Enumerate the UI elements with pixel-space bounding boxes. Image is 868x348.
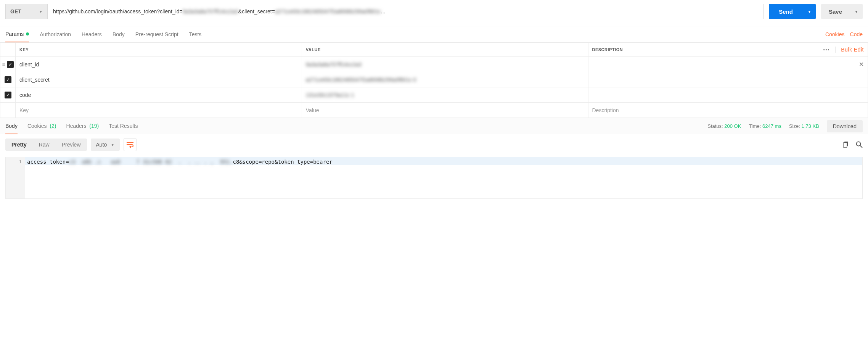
param-value-cell[interactable]: 9a3a3a8a707ff14cc2a3 bbox=[302, 57, 588, 72]
code-blur: c3 a8b .c aa0 7 31c588 62 . . .. . , 951… bbox=[69, 159, 233, 165]
table-row: ✓ client_secret a271ce93c1862485047f2a86… bbox=[0, 72, 868, 87]
tab-body[interactable]: Body bbox=[113, 26, 125, 42]
param-key-cell[interactable]: code bbox=[16, 87, 302, 102]
request-tabs-row: Params Authorization Headers Body Pre-re… bbox=[0, 26, 868, 42]
size-meta: Size: 1.73 KB bbox=[789, 123, 819, 129]
format-select-label: Auto bbox=[96, 142, 107, 148]
param-value-input[interactable]: Value bbox=[302, 103, 588, 118]
view-mode-group: Pretty Raw Preview bbox=[5, 139, 87, 151]
time-label: Time: bbox=[749, 123, 761, 129]
tab-tests[interactable]: Tests bbox=[189, 26, 202, 42]
wrap-lines-button[interactable] bbox=[124, 138, 137, 151]
format-select[interactable]: Auto ▼ bbox=[91, 139, 120, 151]
line-gutter: 1 bbox=[6, 157, 25, 198]
download-button[interactable]: Download bbox=[827, 120, 863, 132]
body-toolbar-left: Pretty Raw Preview Auto ▼ bbox=[5, 138, 137, 151]
table-row: ✓ code 131e30c1979a11c 1 bbox=[0, 87, 868, 103]
param-value-text: 9a3a3a8a707ff14cc2a3 bbox=[306, 61, 362, 68]
send-button-dropdown[interactable]: ▼ bbox=[803, 10, 816, 14]
request-row: GET ▼ https://github.com/login/oauth/acc… bbox=[0, 0, 868, 26]
search-icon bbox=[856, 141, 863, 148]
chevron-down-icon: ▼ bbox=[111, 143, 114, 147]
send-button-label: Send bbox=[769, 8, 803, 15]
param-value-text: 131e30c1979a11c 1 bbox=[306, 92, 354, 98]
col-handle-header bbox=[0, 43, 16, 57]
row-checkbox[interactable]: ✓ bbox=[5, 76, 11, 83]
copy-icon bbox=[843, 141, 850, 148]
body-toolbar: Pretty Raw Preview Auto ▼ bbox=[0, 134, 868, 155]
response-tabs: Body Cookies (2) Headers (19) Test Resul… bbox=[5, 118, 138, 134]
resp-tab-tests[interactable]: Test Results bbox=[109, 118, 138, 134]
resp-tab-headers[interactable]: Headers (19) bbox=[66, 118, 99, 134]
code-mid: c8 bbox=[233, 159, 239, 165]
http-method-select[interactable]: GET ▼ bbox=[6, 4, 48, 19]
copy-button[interactable] bbox=[843, 141, 850, 148]
param-desc-input[interactable]: Description bbox=[588, 103, 868, 118]
param-desc-cell[interactable]: ✕ bbox=[588, 57, 868, 72]
time-meta: Time: 6247 ms bbox=[749, 123, 781, 129]
param-desc-cell[interactable] bbox=[588, 87, 868, 102]
tab-params-label: Params bbox=[5, 31, 24, 37]
svg-line-4 bbox=[860, 145, 862, 148]
tab-authorization[interactable]: Authorization bbox=[40, 26, 71, 42]
col-key-header: KEY bbox=[16, 43, 302, 57]
tab-headers[interactable]: Headers bbox=[82, 26, 102, 42]
view-preview-button[interactable]: Preview bbox=[56, 139, 87, 151]
response-tabs-row: Body Cookies (2) Headers (19) Test Resul… bbox=[0, 118, 868, 134]
http-method-label: GET bbox=[10, 8, 21, 14]
tab-params[interactable]: Params bbox=[5, 26, 29, 42]
send-button[interactable]: Send ▼ bbox=[769, 4, 816, 19]
chevron-down-icon: ▼ bbox=[39, 10, 43, 14]
bulk-edit-link[interactable]: Bulk Edit bbox=[835, 47, 864, 53]
size-label: Size: bbox=[789, 123, 800, 129]
response-meta: Status: 200 OK Time: 6247 ms Size: 1.73 … bbox=[707, 120, 863, 132]
code-prefix: access_token= bbox=[27, 159, 69, 165]
line-number: 1 bbox=[6, 159, 22, 164]
svg-point-3 bbox=[857, 142, 861, 146]
param-value-cell[interactable]: 131e30c1979a11c 1 bbox=[302, 87, 588, 102]
row-checkbox[interactable]: ✓ bbox=[7, 61, 14, 68]
body-toolbar-right bbox=[843, 141, 863, 148]
dot-icon bbox=[26, 32, 29, 35]
search-button[interactable] bbox=[856, 141, 863, 148]
url-input[interactable]: https://github.com/login/oauth/access_to… bbox=[48, 4, 763, 19]
code-link[interactable]: Code bbox=[850, 31, 863, 37]
resp-tab-headers-label: Headers bbox=[66, 123, 87, 129]
param-desc-cell[interactable] bbox=[588, 72, 868, 87]
status-meta: Status: 200 OK bbox=[707, 123, 741, 129]
view-raw-button[interactable]: Raw bbox=[33, 139, 56, 151]
params-table: KEY VALUE DESCRIPTION ••• Bulk Edit ≡ ✓ bbox=[0, 42, 868, 118]
request-links: Cookies Code bbox=[825, 27, 863, 42]
size-value: 1.73 KB bbox=[801, 123, 819, 129]
param-key-cell[interactable]: client_secret bbox=[16, 72, 302, 87]
table-row: ≡ ✓ client_id 9a3a3a8a707ff14cc2a3 ✕ bbox=[0, 57, 868, 72]
status-label: Status: bbox=[707, 123, 723, 129]
param-key-input[interactable]: Key bbox=[16, 103, 302, 118]
url-text-prefix: https://github.com/login/oauth/access_to… bbox=[53, 8, 183, 14]
save-button-dropdown[interactable]: ▼ bbox=[850, 10, 863, 14]
drag-handle-icon[interactable]: ≡ bbox=[2, 61, 5, 68]
url-text-ellipsis: ... bbox=[381, 8, 386, 14]
close-icon[interactable]: ✕ bbox=[859, 61, 864, 68]
param-value-cell[interactable]: a271ce93c1862485047f2a8698b299a0f801c 0 bbox=[302, 72, 588, 87]
time-value: 6247 ms bbox=[762, 123, 781, 129]
save-button[interactable]: Save ▼ bbox=[821, 4, 863, 19]
tab-prerequest[interactable]: Pre-request Script bbox=[135, 26, 178, 42]
resp-tab-cookies-label: Cookies bbox=[27, 123, 47, 129]
row-checkbox[interactable]: ✓ bbox=[5, 92, 11, 98]
param-value-text: a271ce93c1862485047f2a8698b299a0f801c 0 bbox=[306, 77, 416, 83]
request-tabs: Params Authorization Headers Body Pre-re… bbox=[5, 26, 201, 42]
cookies-link[interactable]: Cookies bbox=[825, 31, 845, 37]
url-text-blur1: 9a3a3a8a707ff14cc2a3 bbox=[183, 8, 238, 14]
svg-rect-2 bbox=[843, 143, 847, 147]
table-row-new: Key Value Description bbox=[0, 103, 868, 118]
resp-tab-cookies[interactable]: Cookies (2) bbox=[27, 118, 56, 134]
response-code-area: 1 access_token=c3 a8b .c aa0 7 31c588 62… bbox=[5, 157, 863, 199]
status-value: 200 OK bbox=[724, 123, 741, 129]
view-pretty-button[interactable]: Pretty bbox=[5, 139, 33, 151]
resp-tab-cookies-count: (2) bbox=[50, 123, 56, 129]
more-menu-icon[interactable]: ••• bbox=[823, 47, 830, 52]
resp-tab-body[interactable]: Body bbox=[5, 118, 18, 134]
response-code[interactable]: access_token=c3 a8b .c aa0 7 31c588 62 .… bbox=[25, 157, 862, 198]
param-key-cell[interactable]: client_id bbox=[16, 57, 302, 72]
